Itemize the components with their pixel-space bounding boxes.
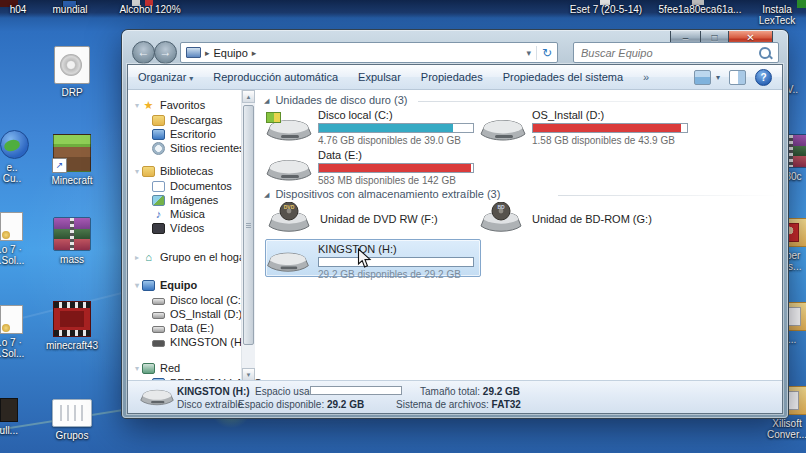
refresh-icon[interactable]: ↻ <box>536 46 557 60</box>
search-box[interactable] <box>573 42 779 63</box>
videos-icon <box>152 223 165 234</box>
desktop-icon-globe[interactable]: e..Cu.. <box>0 130 26 184</box>
shortcut-arrow-icon: ↗ <box>52 158 67 173</box>
capacity-bar <box>318 163 474 173</box>
dvd-drive-icon: DVD <box>268 202 310 235</box>
desktop-icon <box>152 129 165 140</box>
desktop-icon-eset[interactable]: Eset 7 (20-5-14) <box>560 4 652 15</box>
section-expander-icon[interactable]: ◢ <box>264 191 269 198</box>
removable-drive-icon <box>266 249 310 274</box>
sidebar-item-documentos[interactable]: Documentos <box>152 179 232 193</box>
sidebar-item-imagenes[interactable]: Imágenes <box>152 193 218 207</box>
section-header-hdd[interactable]: ◢Unidades de disco duro (3) <box>264 94 407 106</box>
section-expander-icon[interactable]: ◢ <box>264 97 269 104</box>
drive-tile-data-e[interactable]: Data (E:) 583 MB disponibles de 142 GB <box>266 148 480 187</box>
winrar-archive-icon <box>53 217 91 251</box>
autoplay-button[interactable]: Reproducción automática <box>203 71 348 83</box>
used-space-bar <box>310 386 402 395</box>
disc-image-icon <box>54 46 90 84</box>
drive-icon <box>152 312 165 319</box>
details-free-label: Espacio disponible: <box>238 399 324 410</box>
sidebar-item-disco-local-c[interactable]: Disco local (C:) <box>152 293 245 307</box>
tree-expander-icon[interactable]: ▾ <box>132 167 142 176</box>
sidebar-item-descargas[interactable]: Descargas <box>152 113 223 127</box>
sidebar-item-escritorio[interactable]: Escritorio <box>152 127 216 141</box>
sidebar-item-os-install-d[interactable]: OS_Install (D:) <box>152 307 242 321</box>
libraries-icon <box>142 166 155 177</box>
views-button[interactable]: ▾ <box>694 70 720 85</box>
sidebar-item-musica[interactable]: ♪Música <box>152 207 205 221</box>
drive-tile-os-install-d[interactable]: OS_Install (D:) 1.58 GB disponibles de 4… <box>480 108 694 147</box>
scrollbar-thumb[interactable] <box>243 105 254 345</box>
properties-button[interactable]: Propiedades <box>411 71 493 83</box>
sidebar-item-videos[interactable]: Vídeos <box>152 221 204 235</box>
details-free-value: 29.2 GB <box>327 399 364 410</box>
drive-icon <box>152 298 165 305</box>
desktop-icon-minecraft43[interactable]: minecraft43 <box>36 301 108 351</box>
sidebar-item-sitios-recientes[interactable]: Sitios recientes <box>152 141 245 155</box>
scroll-up-icon[interactable]: ▲ <box>242 90 255 103</box>
desktop-icon-h04[interactable]: h04 <box>0 4 36 15</box>
search-icon[interactable] <box>758 46 772 60</box>
eject-button[interactable]: Expulsar <box>348 71 411 83</box>
usb-drive-icon <box>152 340 165 347</box>
explorer-window: – □ ✕ ← → ▸ Equipo ▸ ▾ ↻ Organizar▾ <box>122 30 788 418</box>
tree-expander-icon[interactable]: ▸ <box>132 253 142 262</box>
sidebar-item-kingston-h[interactable]: KINGSTON (H:) <box>152 335 249 349</box>
breadcrumb[interactable]: Equipo <box>214 47 248 59</box>
forward-button[interactable]: → <box>154 41 177 64</box>
sidebar-item-data-e[interactable]: Data (E:) <box>152 321 214 335</box>
search-input[interactable] <box>574 46 758 60</box>
list-window-icon <box>52 399 92 427</box>
desktop-icon-alcohol[interactable]: Alcohol 120% <box>110 4 190 15</box>
desktop-icon-drp[interactable]: DRP <box>36 46 108 98</box>
computer-icon <box>186 47 201 58</box>
video-file-icon <box>53 301 91 337</box>
help-button[interactable]: ? <box>755 69 772 86</box>
sidebar-group-red[interactable]: ▾Red <box>132 361 180 375</box>
tree-expander-icon[interactable]: ▾ <box>132 101 142 110</box>
sidebar-group-bibliotecas[interactable]: ▾Bibliotecas <box>132 164 213 178</box>
drive-tile-bd-g[interactable]: BD Unidad de BD-ROM (G:) <box>480 202 694 236</box>
desktop-icon-grupos[interactable]: Grupos <box>36 399 108 441</box>
tree-expander-icon[interactable]: ▾ <box>132 364 142 373</box>
computer-icon <box>142 280 155 291</box>
sidebar-group-equipo[interactable]: ▾Equipo <box>132 278 197 292</box>
desktop-icon-instala[interactable]: Instala LexTeck <box>752 4 802 26</box>
drive-tile-disco-local-c[interactable]: Disco local (C:) 4.76 GB disponibles de … <box>266 108 480 147</box>
sidebar-group-grupo-hogar[interactable]: ▸⌂Grupo en el hogar <box>132 250 249 264</box>
desktop-icon-mundial[interactable]: mundial <box>40 4 100 15</box>
desktop-icon-minecraft[interactable]: ↗ Minecraft <box>36 134 108 186</box>
details-total-label: Tamaño total: <box>420 386 480 397</box>
desktop-icon-mass[interactable]: mass <box>36 217 108 265</box>
sidebar-group-favoritos[interactable]: ▾★Favoritos <box>132 98 205 112</box>
organize-menu[interactable]: Organizar▾ <box>128 71 203 83</box>
nav-scrollbar[interactable]: ▲ ▼ <box>241 90 255 381</box>
preview-pane-button[interactable] <box>729 70 746 85</box>
details-total-value: 29.2 GB <box>483 386 520 397</box>
section-header-removable[interactable]: ◢Dispositivos con almacenamiento extraíb… <box>264 188 500 200</box>
details-type: Disco extraíble <box>177 399 243 410</box>
back-button[interactable]: ← <box>132 41 155 64</box>
breadcrumb-separator-icon: ▸ <box>201 48 214 58</box>
views-icon <box>694 70 711 85</box>
drive-tile-kingston-h-selected[interactable]: KINGSTON (H:) 29.2 GB disponibles de 29.… <box>265 239 481 277</box>
desktop-icon-5fee[interactable]: 5fee1a80eca61a... <box>652 4 748 15</box>
hard-drive-icon <box>480 116 526 143</box>
toolbar-overflow-chevron[interactable]: » <box>633 71 659 83</box>
breadcrumb-separator-icon[interactable]: ▸ <box>248 48 261 58</box>
drive-tile-dvd-f[interactable]: DVD Unidad de DVD RW (F:) <box>268 202 482 236</box>
svg-text:DVD: DVD <box>284 204 295 210</box>
details-fs-value: FAT32 <box>492 399 521 410</box>
capacity-bar <box>532 123 688 133</box>
desktop-icon-null[interactable]: null... <box>0 398 20 436</box>
system-properties-button[interactable]: Propiedades del sistema <box>493 71 633 83</box>
svg-text:BD: BD <box>497 204 505 210</box>
address-dropdown-icon[interactable]: ▾ <box>521 48 536 58</box>
desktop-icon-doc-1[interactable]: ..o 7 ·..Sol... <box>0 212 22 266</box>
address-field[interactable]: ▸ Equipo ▸ ▾ ↻ <box>180 42 558 63</box>
capacity-bar <box>318 257 474 267</box>
tree-expander-icon[interactable]: ▾ <box>132 281 142 290</box>
desktop-icon-doc-2[interactable]: ..o 7 ·..Sol... <box>0 305 22 359</box>
dropdown-caret-icon: ▾ <box>716 73 720 82</box>
